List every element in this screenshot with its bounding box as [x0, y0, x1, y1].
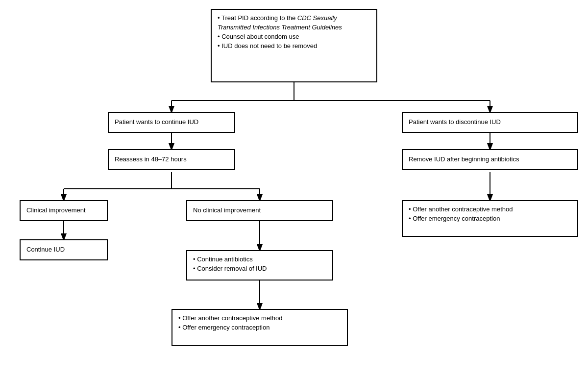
offer-right-item-2: Offer emergency contraception [409, 214, 571, 224]
reassess-box: Reassess in 48–72 hours [108, 149, 235, 170]
continue-iud-label: Patient wants to continue IUD [115, 118, 198, 127]
continue-iud-result-box: Continue IUD [20, 239, 108, 260]
offer-bottom-box: Offer another contraceptive method Offer… [172, 309, 348, 346]
clinical-improvement-label: Clinical improvement [26, 206, 86, 215]
remove-iud-label: Remove IUD after beginning antibiotics [409, 155, 519, 164]
continue-iud-box: Patient wants to continue IUD [108, 112, 235, 133]
continue-iud-result-label: Continue IUD [26, 245, 65, 255]
continue-antibiotics-box: Continue antibiotics Consider removal of… [186, 250, 333, 281]
offer-bottom-item-1: Offer another contraceptive method [178, 314, 341, 323]
no-clinical-improvement-box: No clinical improvement [186, 200, 333, 221]
no-clinical-improvement-label: No clinical improvement [193, 206, 261, 215]
top-box: Treat PID according to the CDC Sexually … [211, 9, 377, 82]
discontinue-iud-label: Patient wants to discontinue IUD [409, 118, 501, 127]
flowchart: Treat PID according to the CDC Sexually … [0, 0, 588, 383]
remove-iud-box: Remove IUD after beginning antibiotics [402, 149, 578, 170]
top-item-1: Treat PID according to the CDC Sexually … [218, 14, 370, 32]
continue-antibiotics-item-1: Continue antibiotics [193, 255, 326, 264]
top-item-3: IUD does not need to be removed [218, 42, 370, 51]
offer-bottom-item-2: Offer emergency contraception [178, 323, 341, 332]
top-item-2: Counsel about condom use [218, 32, 370, 42]
discontinue-iud-box: Patient wants to discontinue IUD [402, 112, 578, 133]
clinical-improvement-box: Clinical improvement [20, 200, 108, 221]
offer-right-box: Offer another contraceptive method Offer… [402, 200, 578, 237]
reassess-label: Reassess in 48–72 hours [115, 155, 187, 164]
offer-right-item-1: Offer another contraceptive method [409, 205, 571, 214]
continue-antibiotics-item-2: Consider removal of IUD [193, 264, 326, 274]
